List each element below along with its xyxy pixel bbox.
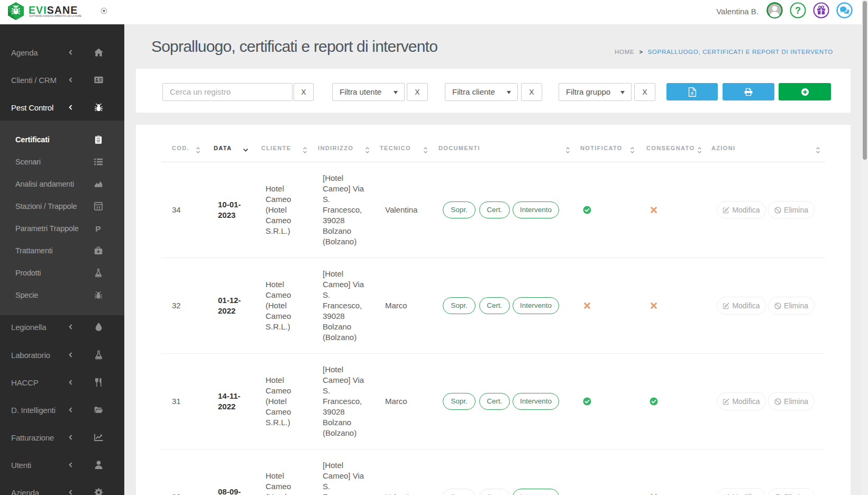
svg-text:P: P [95, 224, 100, 233]
svg-text:?: ? [795, 5, 801, 16]
svg-text:x: x [690, 90, 693, 96]
